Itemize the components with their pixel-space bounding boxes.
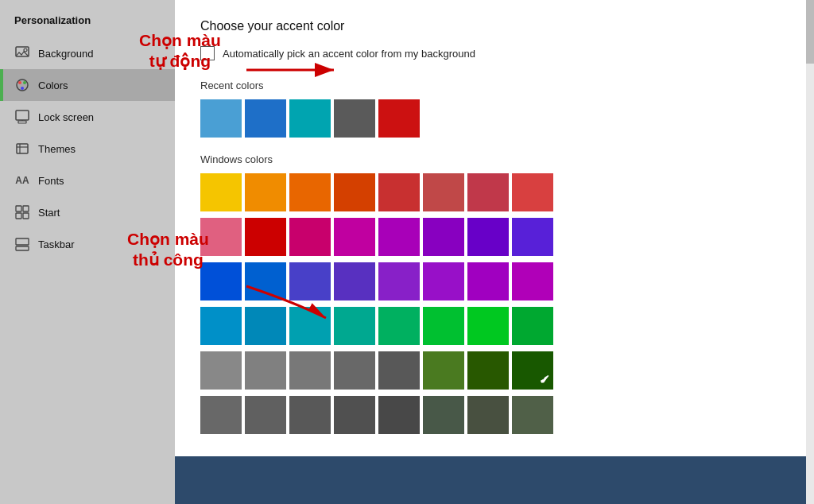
- swatch-1-4[interactable]: [378, 218, 420, 256]
- swatch-0-6[interactable]: [467, 173, 509, 211]
- swatch-2-1[interactable]: [245, 262, 286, 300]
- swatch-3-7[interactable]: [512, 307, 553, 345]
- svg-point-5: [21, 87, 24, 90]
- sidebar-item-label: Themes: [38, 143, 76, 155]
- sidebar-item-label: Start: [38, 207, 60, 219]
- swatch-2-2[interactable]: [289, 262, 331, 300]
- svg-rect-9: [17, 144, 28, 153]
- fonts-icon: AA: [14, 173, 30, 188]
- svg-rect-13: [23, 206, 29, 211]
- sidebar-item-label: Colors: [38, 79, 68, 91]
- windows-colors-title: Windows colors: [200, 153, 789, 165]
- swatch-4-3[interactable]: [334, 351, 375, 390]
- scrollbar-track[interactable]: [806, 0, 814, 504]
- recent-swatch-2[interactable]: [289, 99, 331, 138]
- swatch-1-5[interactable]: [423, 218, 464, 256]
- sidebar-item-start[interactable]: Start: [0, 196, 175, 228]
- recent-swatch-3[interactable]: [334, 99, 375, 138]
- svg-rect-16: [16, 246, 29, 250]
- svg-rect-15: [23, 213, 29, 219]
- auto-pick-label: Automatically pick an accent color from …: [223, 48, 475, 60]
- swatch-1-1[interactable]: [245, 218, 286, 256]
- auto-pick-checkbox[interactable]: [200, 46, 215, 60]
- section-title: Choose your accent color: [200, 19, 789, 33]
- swatch-1-0[interactable]: [200, 218, 242, 256]
- swatch-4-2[interactable]: [289, 351, 331, 390]
- swatch-4-4[interactable]: [378, 351, 420, 390]
- swatch-4-5[interactable]: [423, 351, 464, 390]
- swatch-1-6[interactable]: [467, 218, 509, 256]
- sidebar-item-label: Background: [38, 48, 93, 60]
- sidebar-item-lockscreen[interactable]: Lock screen: [0, 101, 175, 133]
- swatch-3-2[interactable]: [289, 307, 331, 345]
- svg-point-1: [24, 48, 27, 52]
- swatch-2-4[interactable]: [378, 262, 420, 300]
- swatch-3-1[interactable]: [245, 307, 286, 345]
- swatch-2-7[interactable]: [512, 262, 553, 300]
- color-row-1: [200, 218, 789, 256]
- sidebar-item-label: Fonts: [38, 175, 64, 187]
- swatch-4-7[interactable]: ✓: [512, 351, 553, 390]
- swatch-5-1[interactable]: [245, 396, 286, 434]
- taskbar-icon: [14, 236, 30, 252]
- swatch-5-3[interactable]: [334, 396, 375, 434]
- swatch-3-0[interactable]: [200, 307, 242, 345]
- swatch-3-3[interactable]: [334, 307, 375, 345]
- recent-colors-title: Recent colors: [200, 79, 789, 91]
- swatch-0-5[interactable]: [423, 173, 464, 211]
- swatch-3-5[interactable]: [423, 307, 464, 345]
- swatch-0-0[interactable]: [200, 173, 242, 211]
- sidebar: Personalization Background Col: [0, 0, 175, 504]
- swatch-3-4[interactable]: [378, 307, 420, 345]
- swatch-5-5[interactable]: [423, 396, 464, 434]
- svg-rect-7: [18, 121, 26, 123]
- windows-colors-grid: ✓: [200, 173, 789, 437]
- swatch-2-5[interactable]: [423, 262, 464, 300]
- background-icon: [14, 45, 30, 61]
- sidebar-item-label: Lock screen: [38, 111, 94, 123]
- recent-swatch-4[interactable]: [378, 99, 420, 138]
- swatch-5-7[interactable]: [512, 396, 553, 434]
- swatch-2-3[interactable]: [334, 262, 375, 300]
- swatch-0-3[interactable]: [334, 173, 375, 211]
- color-row-5: [200, 396, 789, 434]
- swatch-0-7[interactable]: [512, 173, 553, 211]
- swatch-4-0[interactable]: [200, 351, 242, 390]
- auto-pick-row[interactable]: Automatically pick an accent color from …: [200, 46, 789, 60]
- swatch-2-6[interactable]: [467, 262, 509, 300]
- swatch-4-6[interactable]: [467, 351, 509, 390]
- sidebar-item-themes[interactable]: Themes: [0, 133, 175, 165]
- sidebar-item-colors[interactable]: Colors: [0, 69, 175, 101]
- svg-rect-17: [16, 238, 29, 245]
- swatch-5-6[interactable]: [467, 396, 509, 434]
- swatch-5-2[interactable]: [289, 396, 331, 434]
- swatch-5-0[interactable]: [200, 396, 242, 434]
- recent-swatch-1[interactable]: [245, 99, 286, 138]
- swatch-1-3[interactable]: [334, 218, 375, 256]
- svg-rect-6: [16, 110, 29, 120]
- recent-colors: [200, 99, 789, 138]
- swatch-0-2[interactable]: [289, 173, 331, 211]
- swatch-0-4[interactable]: [378, 173, 420, 211]
- sidebar-item-fonts[interactable]: AA Fonts: [0, 165, 175, 196]
- color-row-0: [200, 173, 789, 211]
- svg-point-4: [23, 81, 26, 84]
- swatch-4-1[interactable]: [245, 351, 286, 390]
- color-row-2: [200, 262, 789, 300]
- sidebar-title: Personalization: [0, 14, 175, 37]
- swatch-0-1[interactable]: [245, 173, 286, 211]
- sidebar-item-taskbar[interactable]: Taskbar: [0, 228, 175, 260]
- color-row-4: ✓: [200, 351, 789, 390]
- swatch-2-0[interactable]: [200, 262, 242, 300]
- swatch-5-4[interactable]: [378, 396, 420, 434]
- sidebar-item-background[interactable]: Background: [0, 37, 175, 69]
- swatch-1-7[interactable]: [512, 218, 553, 256]
- start-icon: [14, 204, 30, 220]
- svg-rect-14: [16, 213, 21, 219]
- scrollbar-thumb[interactable]: [806, 0, 814, 64]
- swatch-3-6[interactable]: [467, 307, 509, 345]
- color-row-3: [200, 307, 789, 345]
- swatch-1-2[interactable]: [289, 218, 331, 256]
- main-content: Choose your accent color Automatically p…: [175, 0, 814, 456]
- recent-swatch-0[interactable]: [200, 99, 242, 138]
